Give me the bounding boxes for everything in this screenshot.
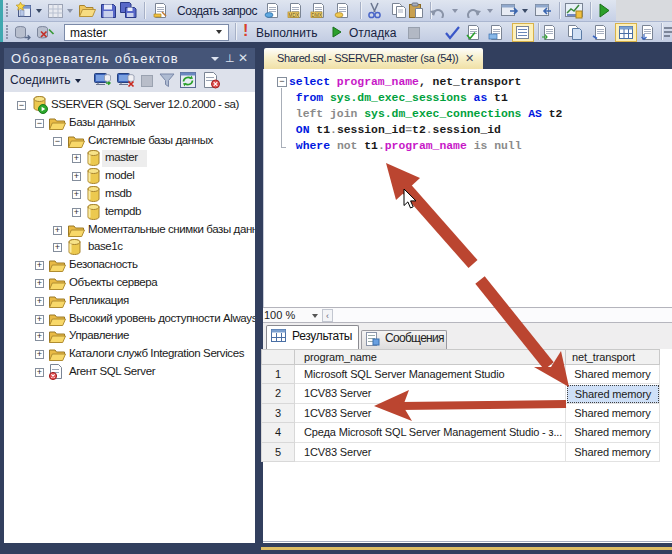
svg-text:DMX: DMX <box>312 13 322 18</box>
svg-text:MDX: MDX <box>289 13 299 18</box>
